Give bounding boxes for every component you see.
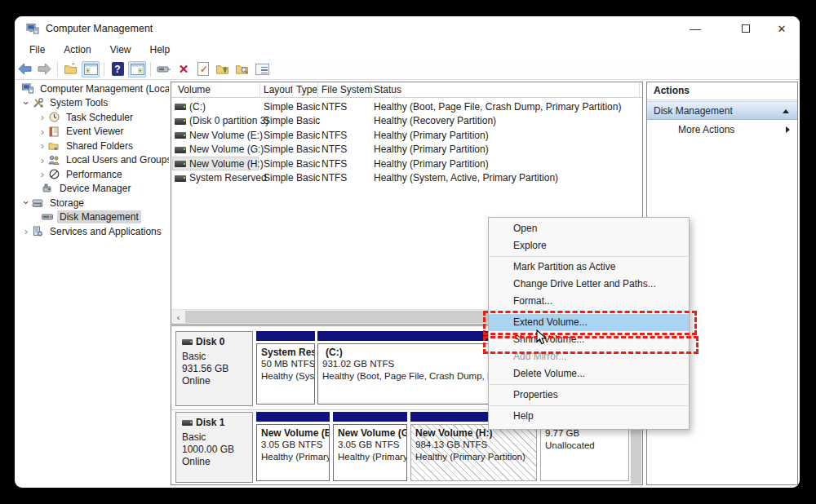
column-divider[interactable] [259,83,260,97]
maximize-button[interactable] [728,16,764,41]
tree-item-local-users-and-groups[interactable]: › Local Users and Groups [16,153,169,168]
forward-icon[interactable] [35,61,53,77]
primary-partition-color-bar [256,412,330,422]
chevron-collapsed-icon[interactable]: › [38,168,47,180]
context-menu-format[interactable]: Format... [489,293,689,310]
tree-item-task-scheduler[interactable]: › Task Scheduler [16,110,169,125]
back-icon[interactable] [16,61,33,77]
menu-bar: File Action View Help [15,41,800,59]
disk0-partition-system-reserved[interactable]: System Reserved 50 MB NTFS Healthy (Syst… [256,331,315,406]
volume-row-c[interactable]: (C:)SimpleBasicNTFSHealthy (Boot, Page F… [171,99,642,114]
context-menu-properties[interactable]: Properties [489,387,689,404]
tools-icon [31,97,44,108]
context-menu-change-drive-letter[interactable]: Change Drive Letter and Paths... [489,276,689,293]
device-manager-icon [41,183,54,194]
folder-up-icon[interactable] [214,61,232,77]
drive-icon [175,147,186,153]
chevron-expanded-icon[interactable]: › [20,198,33,208]
folder-search-icon[interactable] [233,61,251,77]
context-menu-open[interactable]: Open [489,220,689,237]
event-viewer-icon [47,126,60,137]
context-menu-delete-volume[interactable]: Delete Volume... [489,365,689,382]
show-action-pane-icon[interactable] [128,61,146,77]
scroll-left-arrow-icon[interactable]: ‹ [171,310,185,324]
chevron-collapsed-icon[interactable]: › [38,139,47,152]
column-divider[interactable] [639,83,640,97]
toolbar-separator [57,62,58,77]
menu-view[interactable]: View [103,42,139,58]
drive-icon [175,118,186,125]
tree-item-label: Event Viewer [64,125,126,138]
context-menu-mark-partition-active[interactable]: Mark Partition as Active [489,259,689,276]
computer-management-app-icon [26,22,39,35]
remote-computer-icon[interactable] [155,61,173,77]
users-icon [47,154,60,166]
collapse-arrow-icon[interactable] [783,109,789,113]
menu-action[interactable]: Action [56,42,98,58]
chevron-collapsed-icon[interactable]: › [38,111,47,123]
volume-row-g[interactable]: New Volume (G:)SimpleBasicNTFSHealthy (P… [171,143,642,157]
more-actions-item[interactable]: More Actions [647,121,797,139]
minimize-button[interactable]: — [677,16,713,41]
primary-partition-color-bar [256,331,315,341]
disk1-partition-g[interactable]: New Volume (G:) 3.05 GB NTFS Healthy (Pr… [333,412,407,483]
column-header-layout[interactable]: Layout [264,84,293,95]
tree-item-system-tools[interactable]: › System Tools [16,96,169,111]
disk0-info-box[interactable]: Disk 0 Basic 931.56 GB Online [175,331,253,406]
column-header-file-system[interactable]: File System [322,84,373,95]
chevron-collapsed-icon[interactable]: › [21,225,31,237]
chevron-expanded-icon[interactable]: › [20,98,33,108]
context-menu-help[interactable]: Help [489,408,689,425]
tree-item-device-manager[interactable]: Device Manager [16,182,169,197]
disk1-partition-e[interactable]: New Volume (E:) 3.05 GB NTFS Healthy (Pr… [256,412,330,483]
column-header-volume[interactable]: Volume [178,84,211,95]
tree-item-services-and-applications[interactable]: › Services and Applications [16,224,169,239]
menu-help[interactable]: Help [143,42,178,58]
screenshot-background: Computer Management — ✕ File Action View… [0,0,816,504]
tree-item-label: Storage [47,197,86,210]
tree-item-storage[interactable]: › Storage [16,196,169,210]
delete-icon[interactable]: ✕ [175,61,193,77]
tree-item-performance[interactable]: › Performance [16,167,169,182]
annotation-box-extend-volume [483,311,697,335]
column-header-status[interactable]: Status [374,84,401,95]
title-bar: Computer Management — ✕ [15,16,800,41]
clock-icon [47,112,60,123]
volume-row-h-selected[interactable]: New Volume (H:)SimpleBasicNTFSHealthy (P… [171,157,642,171]
volume-row-system-reserved[interactable]: System ReservedSimpleBasicNTFSHealthy (S… [171,171,642,186]
column-divider[interactable] [317,83,318,97]
actions-header: Actions [647,82,797,100]
tree-item-label: Computer Management (Local [38,82,169,95]
drive-icon [175,132,186,139]
column-divider[interactable] [292,83,293,97]
computer-management-window: Computer Management — ✕ File Action View… [15,16,800,488]
actions-group-disk-management[interactable]: Disk Management [647,101,797,120]
tree-item-event-viewer[interactable]: › Event Viewer [16,125,169,139]
export-list-icon[interactable] [62,61,80,77]
window-title: Computer Management [46,23,153,34]
volume-table-header: Volume Layout Type File System Status [171,82,642,98]
volume-row-e[interactable]: New Volume (E:)SimpleBasicNTFSHealthy (P… [171,128,642,143]
tree-item-label: Performance [64,168,125,181]
chevron-collapsed-icon[interactable]: › [38,126,47,138]
primary-partition-color-bar [333,412,407,422]
storage-icon [31,197,44,209]
tree-item-shared-folders[interactable]: › Shared Folders [16,139,169,153]
column-divider[interactable] [370,83,370,97]
maximize-icon [742,24,750,33]
tree-item-computer-management[interactable]: Computer Management (Local [16,82,169,96]
menu-separator [490,405,688,406]
menu-file[interactable]: File [22,42,52,58]
context-menu-explore[interactable]: Explore [489,237,689,254]
show-console-tree-icon[interactable] [82,61,100,77]
help-icon[interactable]: ? [109,61,126,77]
chevron-collapsed-icon[interactable]: › [38,154,47,166]
services-icon [31,226,44,237]
tree-item-disk-management[interactable]: Disk Management [16,210,169,225]
disk1-info-box[interactable]: Disk 1 Basic 1000.00 GB Online [175,412,253,483]
check-document-icon[interactable]: ✓ [194,61,212,77]
properties-list-icon[interactable] [253,61,271,77]
column-header-type[interactable]: Type [296,84,317,95]
volume-row-disk0-partition3[interactable]: (Disk 0 partition 3)SimpleBasicHealthy (… [171,114,642,129]
close-button[interactable]: ✕ [764,16,800,41]
